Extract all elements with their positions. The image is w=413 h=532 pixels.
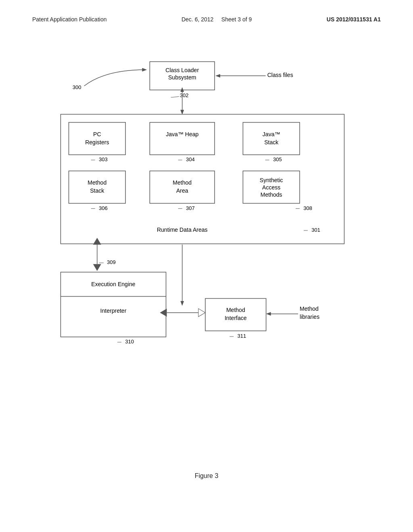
figure-caption: Figure 3 xyxy=(0,472,413,480)
label-302: 302 xyxy=(180,92,189,98)
diagram-svg: Class Loader Subsystem Class files 300 3… xyxy=(24,44,389,451)
java-heap-box xyxy=(150,123,215,155)
page: Patent Application Publication Dec. 6, 2… xyxy=(0,0,413,532)
method-area-box xyxy=(150,171,215,203)
label-306: 306 xyxy=(99,205,108,211)
header-center: Dec. 6, 2012 Sheet 3 of 9 xyxy=(181,16,252,23)
label-310: 310 xyxy=(125,339,134,345)
label-301: 301 xyxy=(311,227,320,233)
java-heap-text1: Java™ Heap xyxy=(166,131,198,137)
synthetic-text2: Access xyxy=(262,184,280,191)
java-stack-box xyxy=(243,123,300,155)
header: Patent Application Publication Dec. 6, 2… xyxy=(0,16,413,23)
sheet-label: Sheet 3 of 9 xyxy=(221,16,252,23)
header-right: US 2012/0311531 A1 xyxy=(327,16,381,23)
label-302-line xyxy=(171,96,179,97)
label-305: 305 xyxy=(273,156,282,162)
execution-engine-text: Execution Engine xyxy=(91,281,136,287)
runtime-label-text: Runtime Data Areas xyxy=(157,227,208,233)
label-307: 307 xyxy=(186,205,195,211)
label-311: 311 xyxy=(237,333,246,339)
method-area-text1: Method xyxy=(173,179,192,186)
pc-registers-text2: Registers xyxy=(85,139,109,145)
pc-registers-box xyxy=(69,123,125,155)
date-label: Dec. 6, 2012 xyxy=(181,16,213,23)
arrow-down xyxy=(93,264,101,271)
method-interface-text1: Method xyxy=(226,307,245,313)
method-libraries-text2: libraries xyxy=(300,314,319,320)
header-left: Patent Application Publication xyxy=(32,16,106,23)
synthetic-text3: Methods xyxy=(261,191,282,198)
method-libraries-text1: Method xyxy=(300,305,319,312)
pc-registers-text1: PC xyxy=(93,131,101,137)
class-loader-text2: Subsystem xyxy=(168,74,196,81)
method-area-text2: Area xyxy=(176,187,188,194)
java-stack-text2: Stack xyxy=(264,139,279,145)
label-300-arc xyxy=(84,70,146,86)
label-304: 304 xyxy=(186,156,195,162)
label-308: 308 xyxy=(303,205,312,211)
synthetic-text1: Synthetic xyxy=(260,177,283,183)
method-interface-text2: Interface xyxy=(225,315,247,321)
publication-label: Patent Application Publication xyxy=(32,16,106,23)
diagram-container: Class Loader Subsystem Class files 300 3… xyxy=(24,44,389,451)
method-stack-box xyxy=(69,171,125,203)
arrow-right2-open xyxy=(198,309,205,317)
label-303: 303 xyxy=(99,156,108,162)
patent-number: US 2012/0311531 A1 xyxy=(327,16,381,23)
interpreter-text: Interpreter xyxy=(100,308,127,314)
label-300: 300 xyxy=(73,84,81,90)
method-stack-text1: Method xyxy=(88,179,106,186)
label-309: 309 xyxy=(107,259,116,265)
java-stack-text1: Java™ xyxy=(263,131,280,137)
method-stack-text2: Stack xyxy=(90,187,104,194)
class-files-text: Class files xyxy=(267,72,293,78)
class-loader-text1: Class Loader xyxy=(165,67,199,73)
figure-caption-text: Figure 3 xyxy=(195,472,219,479)
